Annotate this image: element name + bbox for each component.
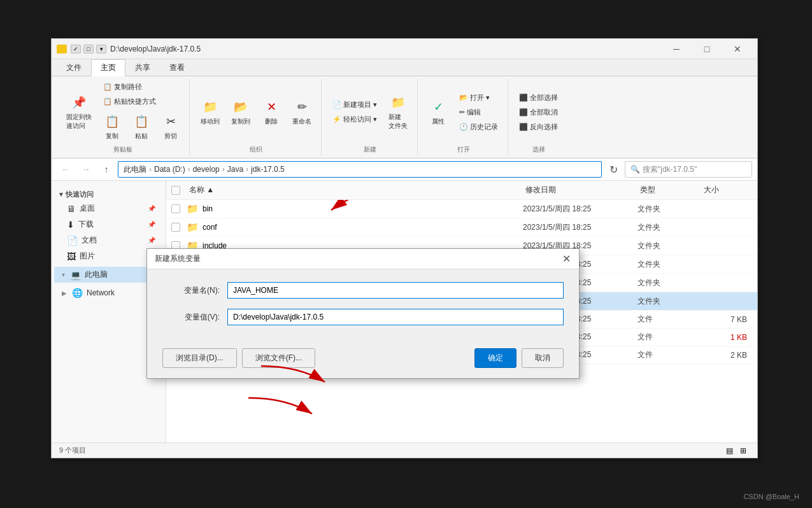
tab-share[interactable]: 共享 — [125, 59, 160, 76]
size-readme: 1 KB — [701, 333, 752, 342]
tab-file[interactable]: 文件 — [57, 59, 91, 76]
date-bin: 2023/1/5/周四 18:25 — [523, 204, 637, 215]
copy-path-button[interactable]: 📋 复制路径 — [99, 80, 184, 94]
title-bar-controls: ─ □ ✕ — [662, 39, 752, 59]
forward-button[interactable]: → — [77, 162, 95, 177]
sidebar-item-documents[interactable]: 📄 文档 📌 — [54, 232, 163, 248]
close-button[interactable]: ✕ — [723, 39, 752, 59]
pin-indicator2: 📌 — [148, 221, 155, 228]
tab-home[interactable]: 主页 — [91, 59, 125, 76]
folder-icon — [57, 45, 67, 53]
select-all-checkbox[interactable] — [171, 186, 180, 195]
var-value-field: 变量值(V): — [162, 309, 564, 325]
deselect-all-button[interactable]: ⬛ 全部取消 — [515, 106, 562, 119]
open-items: ✓ 属性 📂 打开 ▾ ✏ 编辑 🕐 历史记录 — [424, 80, 502, 144]
path-sep-2: › — [188, 165, 190, 174]
ribbon: 文件 主页 共享 查看 📌 固定到快速访问 📋 复制路径 📋 粘贴快捷方式 — [52, 59, 757, 159]
var-name-field: 变量名(N): — [162, 282, 564, 299]
cancel-button[interactable]: 取消 — [522, 348, 564, 368]
copyto-icon: 📂 — [232, 98, 250, 116]
file-row-conf[interactable]: 📁 conf 2023/1/5/周四 18:25 文件夹 — [166, 218, 757, 237]
move-to-button[interactable]: 📁 移动到 — [196, 95, 224, 129]
new-folder-label: 新建文件夹 — [388, 113, 408, 131]
path-segment-develop[interactable]: develop — [193, 165, 220, 174]
easy-access-button[interactable]: ⚡ 轻松访问 ▾ — [328, 113, 381, 126]
select-all-button[interactable]: ⬛ 全部选择 — [515, 91, 562, 104]
sidebar-label-desktop: 桌面 — [80, 203, 95, 214]
col-header-name[interactable]: 名称 ▲ — [187, 183, 523, 197]
checkbox-bin[interactable] — [171, 204, 180, 213]
quick-access-btn1[interactable]: ✓ — [71, 45, 81, 53]
copy-to-button[interactable]: 📂 复制到 — [227, 95, 255, 129]
sidebar-item-downloads[interactable]: ⬇ 下载 📌 — [54, 216, 163, 232]
new-group-label: 新建 — [364, 145, 376, 154]
quickaccess-label: 快速访问 — [66, 190, 94, 199]
select-group-label: 选择 — [532, 145, 545, 154]
rename-button[interactable]: ✏ 重命名 — [288, 95, 316, 129]
pin-to-quickaccess-button[interactable]: 📌 固定到快速访问 — [62, 90, 96, 134]
network-icon: 🌐 — [72, 288, 83, 298]
ribbon-group-new: 📄 新建项目 ▾ ⚡ 轻松访问 ▾ 📁 新建文件夹 新建 — [323, 79, 418, 155]
refresh-button[interactable]: ↻ — [604, 162, 622, 177]
history-button[interactable]: 🕐 历史记录 — [455, 120, 502, 134]
checkbox-conf[interactable] — [171, 223, 180, 232]
type-jmods: 文件夹 — [637, 259, 701, 270]
dialog-title-bar: 新建系统变量 ✕ — [147, 249, 579, 269]
edit-button[interactable]: ✏ 编辑 — [455, 106, 502, 119]
quick-access-btn2[interactable]: □ — [83, 45, 94, 53]
detail-view-button[interactable]: ▤ — [723, 445, 736, 456]
path-segment-data[interactable]: Data (D:) — [154, 165, 185, 174]
ok-button[interactable]: 确定 — [474, 348, 516, 368]
maximize-button[interactable]: □ — [692, 39, 722, 59]
delete-button[interactable]: ✕ 删除 — [257, 95, 285, 129]
quick-access-dropdown[interactable]: ▾ — [96, 45, 106, 53]
dialog-content: 变量名(N): 变量值(V): — [147, 269, 579, 348]
tile-view-button[interactable]: ⊞ — [737, 445, 750, 456]
pin-icon: 📌 — [70, 94, 88, 111]
paste-shortcut-button[interactable]: 📋 粘贴快捷方式 — [99, 95, 184, 108]
tab-view[interactable]: 查看 — [160, 59, 194, 76]
var-value-input[interactable] — [227, 309, 564, 325]
rename-label: 重命名 — [292, 117, 311, 126]
open-group-label: 打开 — [457, 145, 470, 154]
ribbon-content: 📌 固定到快速访问 📋 复制路径 📋 粘贴快捷方式 📋 复制 � — [52, 76, 757, 158]
copy-button[interactable]: 📋 复制 — [99, 109, 125, 144]
address-path[interactable]: 此电脑 › Data (D:) › develop › Java › jdk-1… — [118, 161, 602, 178]
invert-selection-button[interactable]: ⬛ 反向选择 — [515, 120, 562, 134]
quickaccess-header[interactable]: ▾ 快速访问 — [52, 186, 166, 201]
paste-button[interactable]: 📋 粘贴 — [128, 109, 155, 144]
size-release: 2 KB — [701, 351, 752, 360]
path-segment-jdk[interactable]: jdk-17.0.5 — [251, 165, 285, 174]
title-bar-left: ✓ □ ▾ D:\develop\Java\jdk-17.0.5 — [57, 45, 201, 53]
search-box[interactable]: 🔍 搜索"jdk-17.0.5" — [625, 161, 752, 178]
var-name-input[interactable] — [227, 282, 564, 299]
paste-label: 粘贴 — [135, 132, 148, 141]
pin-label: 固定到快速访问 — [66, 113, 92, 131]
filename-bin: bin — [203, 204, 213, 213]
file-row-bin[interactable]: 📁 bin 2023/1/5/周四 18:25 文件夹 — [166, 200, 757, 218]
browse-file-button[interactable]: 浏览文件(F)... — [242, 348, 315, 368]
open-button[interactable]: 📂 打开 ▾ — [455, 91, 502, 104]
properties-button[interactable]: ✓ 属性 — [424, 95, 452, 129]
dialog-close-button[interactable]: ✕ — [559, 251, 574, 267]
folder-icon-bin: 📁 — [187, 203, 199, 215]
back-button[interactable]: ← — [57, 162, 75, 177]
sidebar-label-downloads: 下载 — [78, 219, 94, 230]
browse-dir-button[interactable]: 浏览目录(D)... — [162, 348, 237, 368]
ribbon-group-organize: 📁 移动到 📂 复制到 ✕ 删除 ✏ 重命名 — [191, 79, 322, 155]
col-header-date[interactable]: 修改日期 — [523, 183, 637, 197]
minimize-button[interactable]: ─ — [662, 39, 691, 59]
up-button[interactable]: ↑ — [97, 162, 115, 177]
path-segment-java[interactable]: Java — [227, 165, 243, 174]
sidebar-item-desktop[interactable]: 🖥 桌面 📌 — [54, 201, 163, 216]
clipboard-group-label: 剪贴板 — [113, 145, 132, 154]
col-header-size[interactable]: 大小 — [701, 183, 752, 197]
cut-button[interactable]: ✂ 剪切 — [157, 109, 184, 144]
new-folder-button[interactable]: 📁 新建文件夹 — [384, 90, 412, 134]
col-header-type[interactable]: 类型 — [637, 183, 701, 197]
view-buttons: ▤ ⊞ — [723, 445, 750, 456]
dialog-left-buttons: 浏览目录(D)... 浏览文件(F)... — [162, 348, 315, 368]
path-segment-pc[interactable]: 此电脑 — [124, 164, 146, 175]
new-item-button[interactable]: 📄 新建项目 ▾ — [328, 98, 381, 111]
delete-label: 删除 — [265, 117, 278, 126]
